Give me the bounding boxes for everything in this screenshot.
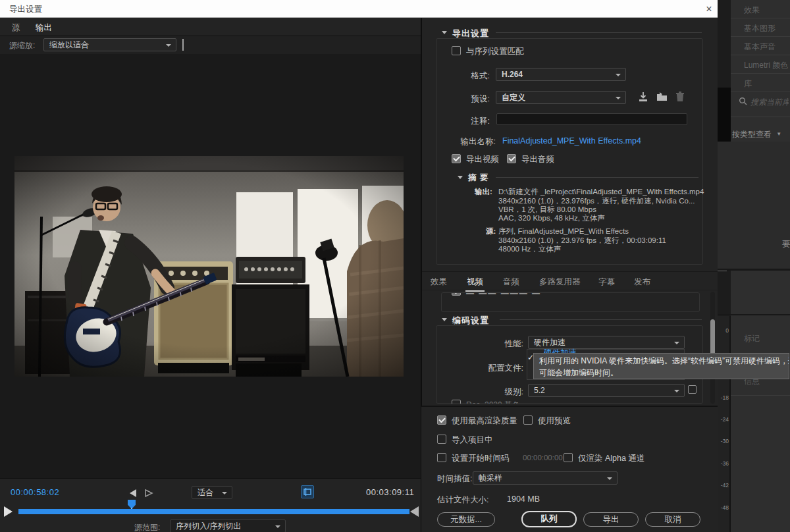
set-in-point-icon[interactable] bbox=[130, 489, 136, 497]
search-input[interactable]: 搜索当前库 bbox=[750, 97, 789, 108]
meter-tick: 0 bbox=[718, 327, 729, 334]
summary-header: 摘 要 bbox=[468, 173, 488, 184]
chevron-down-icon bbox=[222, 492, 227, 494]
max-render-quality-checkbox[interactable] bbox=[437, 415, 446, 425]
import-into-project-label: 导入项目中 bbox=[452, 435, 493, 446]
crop-icon[interactable] bbox=[301, 485, 314, 498]
queue-button[interactable]: 队列 bbox=[521, 511, 577, 527]
comments-label: 注释: bbox=[450, 116, 490, 127]
dock-panel-essential-graphics[interactable]: 基本图形 bbox=[744, 23, 776, 34]
source-scaling-label: 源缩放: bbox=[9, 40, 35, 51]
background-right-dock: 效果 基本图形 基本声音 Lumetri 颜色 库 搜索当前库 按类型查看 ▼ … bbox=[718, 0, 790, 532]
tab-source[interactable]: 源 bbox=[12, 22, 20, 34]
format-dropdown[interactable]: H.264 bbox=[496, 68, 626, 81]
tab-output[interactable]: 输出 bbox=[36, 22, 52, 34]
settings-tabbar: 效果 视频 音频 多路复用器 字幕 发布 bbox=[422, 271, 718, 290]
timeline-track[interactable] bbox=[18, 509, 409, 514]
chevron-down-icon bbox=[616, 97, 621, 99]
level-value: 5.2 bbox=[534, 386, 545, 395]
level-lock-checkbox[interactable] bbox=[688, 385, 697, 394]
set-out-point-icon[interactable] bbox=[144, 489, 153, 498]
tab-multiplexer[interactable]: 多路复用器 bbox=[539, 277, 581, 288]
export-video-label: 导出视频 bbox=[466, 154, 499, 165]
tab-effects[interactable]: 效果 bbox=[431, 277, 447, 288]
render-alpha-checkbox[interactable] bbox=[564, 453, 573, 462]
video-frame-art bbox=[14, 156, 404, 377]
meter-tick: -18 bbox=[718, 394, 729, 401]
tab-captions[interactable]: 字幕 bbox=[598, 277, 615, 288]
current-timecode[interactable]: 00:00:58:02 bbox=[11, 487, 59, 497]
meter-tick: -48 bbox=[718, 504, 729, 511]
tab-publish[interactable]: 发布 bbox=[634, 277, 650, 288]
format-value: H.264 bbox=[502, 70, 523, 79]
cancel-button[interactable]: 取消 bbox=[645, 512, 700, 527]
tab-audio[interactable]: 音频 bbox=[503, 277, 519, 288]
source-range-value: 序列切入/序列切出 bbox=[176, 521, 241, 531]
dock-panel-libraries[interactable]: 库 bbox=[744, 78, 752, 90]
delete-preset-icon[interactable] bbox=[675, 91, 685, 105]
use-previews-checkbox[interactable] bbox=[523, 415, 533, 425]
chevron-down-icon bbox=[674, 390, 679, 392]
meter-tick: -36 bbox=[718, 460, 729, 467]
chevron-down-icon bbox=[607, 477, 612, 480]
dock-panel-markers[interactable]: 标记 bbox=[744, 333, 760, 344]
toolbar-splitter[interactable] bbox=[182, 39, 184, 51]
export-audio-checkbox[interactable] bbox=[507, 154, 516, 163]
dock-panel-lumetri-color[interactable]: Lumetri 颜色 bbox=[744, 60, 788, 71]
hardware-encoding-tooltip: 利用可用的 NVIDIA 硬件来加快编码。选择“软件编码”可禁用硬件编码，这 可… bbox=[533, 353, 789, 379]
export-video-checkbox[interactable] bbox=[452, 154, 461, 163]
import-into-project-checkbox[interactable] bbox=[437, 435, 446, 444]
comments-input[interactable] bbox=[496, 113, 687, 125]
collapse-encoding-icon[interactable] bbox=[442, 318, 447, 321]
set-start-timecode-checkbox[interactable] bbox=[437, 453, 446, 462]
time-interpolation-dropdown[interactable]: 帧采样 bbox=[473, 471, 618, 485]
audio-meter-strip bbox=[718, 316, 731, 532]
summary-source-line: 序列, FinalAdjusted_MPE_With Effects bbox=[498, 226, 629, 236]
time-interpolation-label: 时间插值: bbox=[437, 473, 472, 485]
metadata-button[interactable]: 元数据... bbox=[437, 512, 495, 527]
preset-value: 自定义 bbox=[502, 93, 525, 102]
match-sequence-checkbox[interactable] bbox=[452, 46, 461, 55]
tab-video[interactable]: 视频 bbox=[467, 277, 483, 288]
duration-timecode: 00:03:09:11 bbox=[366, 487, 414, 497]
dock-content-area bbox=[718, 142, 790, 269]
start-timecode-value[interactable]: 00:00:00:00 bbox=[523, 454, 563, 462]
summary-output-label: 输出: bbox=[475, 187, 492, 197]
chevron-down-icon bbox=[275, 525, 280, 528]
preset-dropdown[interactable]: 自定义 bbox=[496, 91, 626, 104]
clipped-option-label: Rec. 2020 基色 bbox=[466, 400, 520, 404]
output-name-label: 输出名称: bbox=[448, 136, 496, 147]
import-preset-icon[interactable] bbox=[656, 91, 668, 105]
max-render-quality-label: 使用最高渲染质量 bbox=[452, 415, 517, 427]
level-label: 级别: bbox=[481, 386, 523, 398]
dock-panel-essential-sound[interactable]: 基本声音 bbox=[744, 41, 776, 53]
summary-source-line: 48000 Hz，立体声 bbox=[498, 244, 561, 254]
source-scaling-dropdown[interactable]: 缩放以适合 bbox=[43, 38, 176, 51]
source-range-dropdown[interactable]: 序列切入/序列切出 bbox=[170, 519, 286, 532]
view-by-type-label: 按类型查看 bbox=[732, 130, 772, 139]
collapse-summary-icon[interactable] bbox=[458, 176, 463, 179]
output-name-link[interactable]: FinalAdjusted_MPE_With Effects.mp4 bbox=[502, 136, 641, 146]
export-button[interactable]: 导出 bbox=[583, 512, 639, 527]
save-preset-icon[interactable] bbox=[637, 91, 649, 105]
preset-label: 预设: bbox=[450, 93, 490, 105]
collapse-export-settings-icon[interactable] bbox=[442, 31, 447, 34]
meter-tick: -24 bbox=[718, 416, 729, 423]
tooltip-line: 可能会增加编码时间。 bbox=[539, 367, 783, 379]
range-start-handle[interactable] bbox=[4, 506, 13, 517]
zoom-fit-dropdown[interactable]: 适合 bbox=[192, 486, 232, 499]
preview-pane: 源 输出 源缩放: 缩放以适合 bbox=[0, 18, 421, 532]
meter-tick: -30 bbox=[718, 438, 729, 444]
close-icon[interactable]: × bbox=[702, 2, 716, 16]
preview-toolbar: 源缩放: 缩放以适合 bbox=[0, 36, 421, 54]
dialog-title: 导出设置 bbox=[9, 4, 42, 15]
video-preview bbox=[14, 156, 404, 377]
dock-panel-effects[interactable]: 效果 bbox=[744, 5, 760, 16]
estimated-size-label: 估计文件大小: bbox=[437, 494, 488, 506]
performance-dropdown[interactable]: 硬件加速 bbox=[528, 336, 685, 349]
view-by-type-dropdown[interactable]: 按类型查看 ▼ bbox=[732, 129, 781, 140]
preview-tabbar: 源 输出 bbox=[0, 18, 421, 36]
range-end-handle[interactable] bbox=[410, 506, 419, 517]
use-previews-label: 使用预览 bbox=[538, 415, 571, 427]
level-dropdown[interactable]: 5.2 bbox=[528, 384, 685, 397]
